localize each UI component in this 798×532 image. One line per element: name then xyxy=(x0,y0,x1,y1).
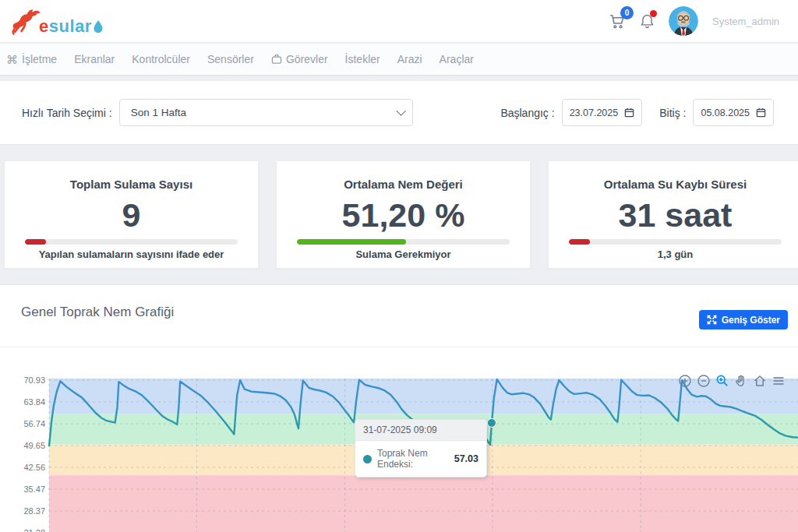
calendar-icon xyxy=(624,107,634,118)
chart-tooltip: 31-07-2025 09:09 Toprak Nem Endeksi: 57.… xyxy=(355,419,487,477)
brand-prefix: e xyxy=(39,16,49,36)
y-axis-label: 49.65 xyxy=(23,441,45,450)
soil-moisture-panel: Genel Toprak Nem Grafiği Geniş Göster xyxy=(0,284,798,532)
stat-card-average-moisture: Ortalama Nem Değeri 51,20 % Sulama Gerek… xyxy=(276,160,531,269)
y-axis-label: 42.56 xyxy=(23,463,45,472)
stat-progress-track xyxy=(297,239,510,245)
briefcase-icon xyxy=(271,54,282,65)
top-bar-actions: 0 xyxy=(609,6,779,36)
nav-item-kontrolculer[interactable]: Kontrolcüler xyxy=(123,53,199,65)
stat-value: 31 saat xyxy=(549,196,798,236)
chevron-down-icon xyxy=(396,106,406,116)
stat-card-water-loss: Ortalama Su Kaybı Süresi 31 saat 1,3 gün xyxy=(548,160,798,269)
stat-value: 51,20 % xyxy=(277,196,530,236)
chart-title: Genel Toprak Nem Grafiği xyxy=(21,305,174,320)
zoom-in-icon[interactable] xyxy=(677,373,692,388)
y-axis-labels: 70.9363.8456.7449.6542.5635.4728.3721.28 xyxy=(23,375,45,532)
chart-toolbar xyxy=(677,373,786,388)
y-axis-label: 35.47 xyxy=(23,484,45,494)
stat-progress-fill xyxy=(569,239,590,245)
y-axis-label: 70.93 xyxy=(23,375,45,385)
nav-item-isletme[interactable]: ⌘İşletme xyxy=(6,53,65,65)
pan-hand-icon[interactable] xyxy=(733,373,748,388)
home-reset-icon[interactable] xyxy=(752,373,767,388)
cart-button[interactable]: 0 xyxy=(609,12,626,30)
command-icon: ⌘ xyxy=(6,54,18,65)
expand-chart-button[interactable]: Geniş Göster xyxy=(699,310,788,329)
stat-title: Toplam Sulama Sayısı xyxy=(5,178,258,191)
start-date-input[interactable]: 23.07.2025 xyxy=(562,99,643,126)
nav-item-araclar[interactable]: Araçlar xyxy=(431,53,482,65)
brand-name: sular xyxy=(49,16,92,36)
end-date-input[interactable]: 05.08.2025 xyxy=(693,99,774,126)
y-axis-label: 21.28 xyxy=(23,528,45,532)
y-axis-label: 56.74 xyxy=(23,419,45,428)
expand-icon xyxy=(707,315,717,325)
brand-logo[interactable]: esular xyxy=(11,7,104,35)
chart-header: Genel Toprak Nem Grafiği Geniş Göster xyxy=(0,285,798,347)
menu-icon[interactable] xyxy=(771,373,786,388)
dashboard-page: esular 0 xyxy=(0,0,798,532)
stat-caption: 1,3 gün xyxy=(549,248,798,260)
notification-dot xyxy=(650,10,657,17)
stat-title: Ortalama Su Kaybı Süresi xyxy=(549,178,798,191)
stat-progress-track xyxy=(25,239,238,245)
tooltip-datetime: 31-07-2025 09:09 xyxy=(355,420,486,441)
nav-item-sensorler[interactable]: Sensörler xyxy=(199,53,263,65)
tooltip-body: Toprak Nem Endeksi: 57.03 xyxy=(355,441,486,477)
stat-progress-fill xyxy=(25,239,46,245)
username: System_admin xyxy=(712,16,779,27)
cart-badge: 0 xyxy=(620,6,634,19)
quick-date-value: Son 1 Hafta xyxy=(131,107,186,118)
nav-item-arazi[interactable]: Arazi xyxy=(389,53,431,65)
water-droplet-icon xyxy=(93,19,104,35)
quick-date-select[interactable]: Son 1 Hafta xyxy=(119,99,413,126)
nav-item-istekler[interactable]: İstekler xyxy=(337,53,389,65)
date-range-group: Başlangıç : 23.07.2025 Bitiş : 05.08.202… xyxy=(500,99,774,126)
nav-item-ekranlar[interactable]: Ekranlar xyxy=(65,53,123,65)
series-color-dot xyxy=(363,455,372,463)
zoom-out-icon[interactable] xyxy=(696,373,711,388)
main-nav: ⌘İşletme Ekranlar Kontrolcüler Sensörler… xyxy=(0,44,798,76)
y-axis-label: 28.37 xyxy=(23,506,45,516)
end-date-label: Bitiş : xyxy=(659,107,686,119)
tooltip-series-label: Toprak Nem Endeksi: xyxy=(377,448,449,470)
stat-title: Ortalama Nem Değeri xyxy=(277,178,530,191)
start-date-label: Başlangıç : xyxy=(500,107,554,119)
avatar[interactable] xyxy=(669,6,698,36)
hover-marker xyxy=(487,418,496,427)
stat-value: 9 xyxy=(5,196,258,236)
selection-zoom-icon[interactable] xyxy=(715,373,729,388)
notifications-button[interactable] xyxy=(640,13,655,30)
tooltip-value: 57.03 xyxy=(454,453,478,464)
brand-text: esular xyxy=(39,18,92,35)
stat-caption: Yapılan sulamaların sayısını ifade eder xyxy=(5,248,258,260)
stat-progress-fill xyxy=(297,239,406,245)
threshold-band xyxy=(49,475,798,532)
calendar-icon xyxy=(756,107,766,118)
nav-item-gorevler[interactable]: Görevler xyxy=(263,53,337,65)
stat-progress-track xyxy=(569,239,782,245)
date-filter-panel: Hızlı Tarih Seçimi : Son 1 Hafta Başlang… xyxy=(0,80,798,145)
top-bar: esular 0 xyxy=(0,0,798,43)
stat-card-total-irrigation: Toplam Sulama Sayısı 9 Yapılan sulamalar… xyxy=(4,160,259,269)
y-axis-label: 63.84 xyxy=(23,397,45,407)
stat-caption: Sulama Gerekmiyor xyxy=(277,248,530,260)
quick-date-label: Hızlı Tarih Seçimi : xyxy=(22,107,112,119)
